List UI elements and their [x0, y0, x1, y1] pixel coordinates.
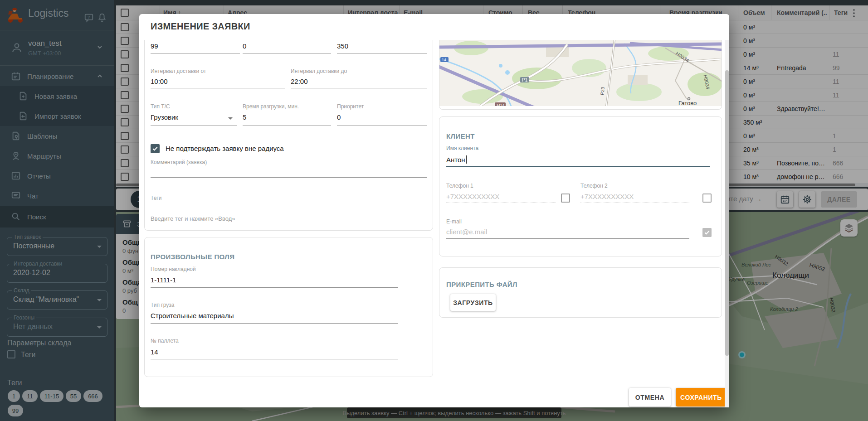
comment-label: Комментарий (заявка) — [151, 159, 207, 165]
dialog-title: ИЗМЕНЕНИЕ ЗАЯВКИ — [151, 21, 250, 32]
no-confirm-label: Не подтверждать заявку вне радиуса — [166, 145, 284, 152]
scrollbar-thumb[interactable] — [725, 70, 729, 356]
cancel-button[interactable]: ОТМЕНА — [629, 388, 671, 406]
phone1-input[interactable]: +7XXXXXXXXXX — [446, 193, 499, 200]
upload-button[interactable]: ЗАГРУЗИТЬ — [450, 294, 496, 311]
pallet-number-input[interactable]: 14 — [151, 348, 158, 356]
map-town-label: Гатово — [678, 100, 697, 106]
dialog-scrollbar[interactable] — [725, 40, 729, 407]
unload-time-input[interactable]: 5 — [243, 113, 246, 121]
phone2-label: Телефон 2 — [580, 183, 608, 189]
comment-input[interactable] — [151, 177, 427, 178]
no-confirm-checkbox[interactable] — [151, 144, 160, 153]
custom-fields-title: ПРОИЗВОЛЬНЫЕ ПОЛЯ — [151, 253, 234, 261]
interval-to-input[interactable]: 22:00 — [291, 77, 308, 85]
save-button[interactable]: СОХРАНИТЬ — [676, 388, 727, 406]
client-name-input[interactable]: Антон — [446, 155, 467, 164]
cargo-type-label: Тип груза — [151, 302, 174, 308]
vehicle-type-label: Тип Т/С — [151, 103, 170, 110]
check-icon — [703, 229, 711, 236]
caret-down-icon — [228, 117, 233, 120]
client-section-title: КЛИЕНТ — [446, 132, 475, 140]
map-road-badge: 14 — [442, 58, 446, 62]
tags-hint: Введите тег и нажмите «Ввод» — [151, 215, 235, 222]
field-value-1[interactable]: 99 — [151, 42, 158, 50]
invoice-label: Номер накладной — [151, 266, 196, 272]
client-name-label: Имя клиента — [446, 145, 478, 151]
field-value-3[interactable]: 350 — [337, 42, 348, 50]
phone1-label: Телефон 1 — [446, 183, 473, 189]
map-road-badge: P1 — [522, 77, 528, 82]
interval-from-input[interactable]: 10:00 — [151, 77, 168, 85]
interval-to-label: Интервал доставки до — [291, 68, 347, 74]
order-map[interactable]: P1 14 М14 Р23 H9034 H9034 Гатово — [439, 40, 722, 106]
phone2-input[interactable]: +7XXXXXXXXXX — [580, 193, 634, 200]
interval-from-label: Интервал доставки от — [151, 68, 206, 74]
cargo-type-input[interactable]: Строительные материалы — [151, 312, 234, 319]
order-map-card: P1 14 М14 Р23 H9034 H9034 Гатово — [439, 40, 722, 110]
field-value-2[interactable]: 0 — [243, 42, 246, 50]
priority-label: Приоритет — [337, 103, 364, 110]
attach-file-title: ПРИКРЕПИТЬ ФАЙЛ — [446, 281, 517, 288]
priority-input[interactable]: 0 — [337, 113, 341, 121]
map-road-label: Р23 — [600, 87, 605, 95]
vehicle-type-select[interactable]: Грузовик — [151, 113, 178, 121]
email-input[interactable]: client@e.mail — [446, 228, 487, 236]
map-road-badge: М14 — [497, 103, 505, 106]
unload-time-label: Время разгрузки, мин. — [243, 103, 299, 110]
email-label: E-mail — [446, 218, 462, 225]
phone1-checkbox[interactable] — [561, 194, 570, 203]
tags-input[interactable] — [151, 211, 427, 211]
email-checkbox[interactable] — [702, 228, 712, 237]
check-icon — [151, 145, 159, 152]
app-root: Logistics ? voan_test GMT +03:00 — [0, 0, 868, 421]
invoice-input[interactable]: 1-1111-1 — [151, 276, 176, 284]
pallet-number-label: № паллета — [151, 338, 179, 344]
phone2-checkbox[interactable] — [702, 194, 712, 203]
edit-order-dialog: ИЗМЕНЕНИЕ ЗАЯВКИ 99 0 350 Интервал доста… — [139, 14, 729, 407]
text-cursor — [466, 155, 467, 164]
tags-field-label: Теги — [151, 195, 161, 201]
